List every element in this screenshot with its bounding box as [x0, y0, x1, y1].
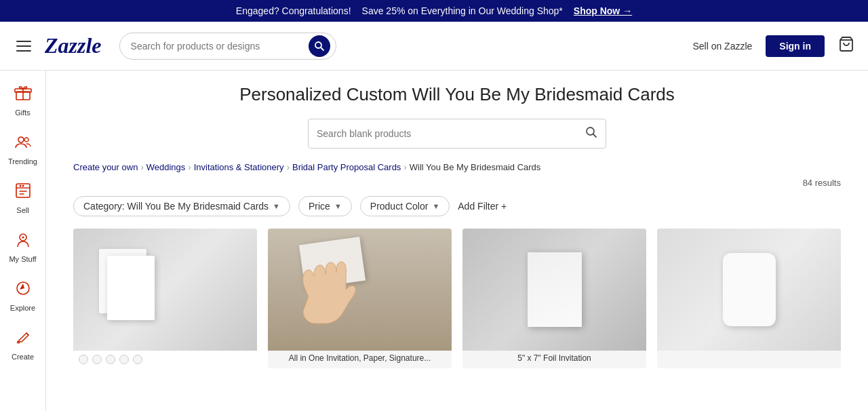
hamburger-menu[interactable]	[14, 38, 34, 54]
product-image-2	[268, 229, 452, 351]
svg-point-12	[22, 237, 24, 239]
blank-search-input[interactable]	[317, 128, 585, 139]
sidebar-item-sell[interactable]: Sell	[0, 176, 45, 220]
category-filter-label: Category: Will You Be My Bridesmaid Card…	[83, 201, 269, 212]
sign-in-button[interactable]: Sign in	[766, 35, 825, 57]
logo[interactable]: Zazzle	[45, 33, 102, 58]
create-icon	[14, 328, 32, 350]
breadcrumb-item-3[interactable]: Bridal Party Proposal Cards	[292, 162, 401, 172]
product-grid: All in One Invitation, Paper, Signature.…	[73, 229, 841, 368]
svg-point-7	[24, 138, 28, 142]
header-search-bar	[119, 33, 336, 60]
product-image-1	[73, 229, 257, 351]
product-image-4	[657, 229, 841, 351]
header: Zazzle Sell on Zazzle Sign in	[0, 22, 868, 71]
svg-line-15	[593, 134, 597, 137]
banner-text1: Engaged? Congratulations!	[236, 5, 351, 16]
svg-point-9	[19, 185, 21, 187]
banner-text2: Save 25% on Everything in Our Wedding Sh…	[362, 5, 563, 16]
main-content: Personalized Custom Will You Be My Bride…	[46, 71, 868, 411]
wavy-card	[723, 253, 776, 326]
cart-icon[interactable]	[838, 36, 854, 56]
dot-icon-4	[119, 355, 129, 364]
sidebar-item-create[interactable]: Create	[0, 323, 45, 366]
product-card-2[interactable]: All in One Invitation, Paper, Signature.…	[268, 229, 452, 368]
sidebar-item-trending[interactable]: Trending	[0, 128, 45, 171]
explore-icon	[14, 279, 32, 301]
sidebar-mystuff-label: My Stuff	[9, 255, 36, 263]
filters-bar: Category: Will You Be My Bridesmaid Card…	[73, 196, 841, 216]
add-filter-button[interactable]: Add Filter +	[458, 201, 507, 212]
layout: Gifts Trending	[0, 71, 868, 411]
top-banner: Engaged? Congratulations! Save 25% on Ev…	[0, 0, 868, 22]
dot-icon-5	[133, 355, 142, 364]
search-icon	[314, 41, 325, 52]
sell-icon	[14, 182, 32, 203]
breadcrumb-item-1[interactable]: Weddings	[146, 162, 186, 172]
banner-cta[interactable]: Shop Now →	[574, 5, 632, 16]
dot-icon-3	[106, 355, 115, 364]
product-card-3[interactable]: 5" x 7" Foil Invitation	[462, 229, 646, 368]
sidebar-explore-label: Explore	[10, 304, 35, 312]
price-filter[interactable]: Price ▼	[298, 196, 352, 216]
price-chevron-icon: ▼	[334, 202, 342, 210]
product-3-name: 5" x 7" Foil Invitation	[462, 351, 646, 368]
svg-line-1	[321, 47, 323, 50]
blank-search-icon	[585, 126, 597, 138]
hand-svg	[288, 242, 370, 351]
sidebar-gifts-label: Gifts	[15, 109, 31, 117]
header-right: Sell on Zazzle Sign in	[692, 35, 854, 57]
breadcrumb: Create your own › Weddings › Invitations…	[73, 162, 841, 172]
foil-card	[528, 252, 582, 327]
breadcrumb-item-0[interactable]: Create your own	[73, 162, 138, 172]
gifts-icon	[14, 84, 32, 106]
category-chevron-icon: ▼	[273, 202, 280, 210]
sidebar-item-gifts[interactable]: Gifts	[0, 79, 45, 122]
product-color-filter[interactable]: Product Color ▼	[360, 196, 450, 216]
dot-icon-2	[92, 355, 102, 364]
breadcrumb-current: Will You Be My Bridesmaid Cards	[410, 162, 541, 172]
category-filter[interactable]: Category: Will You Be My Bridesmaid Card…	[73, 196, 290, 216]
trending-icon	[14, 133, 32, 155]
product-card-1-footer	[73, 351, 257, 368]
mystuff-icon	[14, 231, 32, 252]
sidebar-create-label: Create	[12, 353, 34, 361]
blank-search-bar	[308, 119, 606, 149]
breadcrumb-item-2[interactable]: Invitations & Stationery	[194, 162, 284, 172]
sidebar: Gifts Trending	[0, 71, 46, 411]
dot-icon-1	[79, 355, 88, 364]
header-search-button[interactable]	[309, 35, 330, 57]
results-count: 84 results	[73, 178, 841, 188]
sell-on-zazzle-link[interactable]: Sell on Zazzle	[692, 41, 752, 52]
sidebar-item-explore[interactable]: Explore	[0, 274, 45, 317]
page-title: Personalized Custom Will You Be My Bride…	[73, 84, 841, 105]
svg-point-6	[18, 137, 24, 142]
price-filter-label: Price	[309, 201, 330, 212]
product-2-name: All in One Invitation, Paper, Signature.…	[268, 351, 452, 368]
product-card-4[interactable]	[657, 229, 841, 368]
blank-search-button[interactable]	[585, 126, 597, 142]
product-color-label: Product Color	[370, 201, 429, 212]
product-card-1[interactable]	[73, 229, 257, 368]
sidebar-trending-label: Trending	[8, 157, 37, 165]
sidebar-sell-label: Sell	[16, 206, 28, 214]
svg-point-10	[22, 185, 24, 187]
product-color-chevron-icon: ▼	[432, 202, 439, 210]
sidebar-item-mystuff[interactable]: My Stuff	[0, 225, 45, 269]
card-front	[107, 256, 155, 320]
header-search-input[interactable]	[131, 41, 309, 52]
product-image-3	[462, 229, 646, 351]
